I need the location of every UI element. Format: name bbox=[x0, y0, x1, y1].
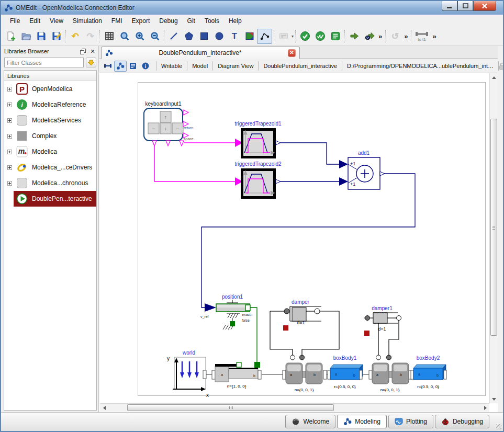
check-all-models-button[interactable] bbox=[312, 29, 328, 44]
toolbar-separator bbox=[65, 30, 66, 42]
view-type-status[interactable]: Diagram View bbox=[212, 61, 258, 71]
svg-text:boxBody1: boxBody1 bbox=[333, 355, 357, 361]
horizontal-scrollbar[interactable] bbox=[100, 403, 489, 412]
line-tool-button[interactable] bbox=[166, 29, 181, 44]
simulate-with-debugger-button[interactable] bbox=[362, 29, 377, 44]
close-button[interactable] bbox=[473, 1, 496, 11]
menu-git[interactable]: Git bbox=[183, 16, 200, 26]
expand-icon[interactable] bbox=[7, 165, 12, 170]
menu-view[interactable]: View bbox=[45, 16, 68, 26]
documentation-view-button[interactable]: i bbox=[139, 61, 152, 72]
library-item-openmodelica[interactable]: P OpenModelica bbox=[4, 81, 96, 97]
diagram-canvas[interactable]: keyboardInput1 ↑ – ↓ – bbox=[100, 73, 489, 403]
redo-button[interactable]: ↷ bbox=[83, 29, 98, 44]
scroll-up-icon[interactable] bbox=[490, 73, 498, 82]
svg-text:a: a bbox=[376, 373, 378, 377]
instantiate-model-button[interactable] bbox=[328, 29, 343, 44]
tab-title: DoublePendulum_interactive* bbox=[116, 49, 285, 56]
toolbar-separator bbox=[344, 30, 345, 42]
expand-icon[interactable] bbox=[7, 134, 12, 139]
component-triggeredTrapezoid1[interactable]: triggeredTrapezoid1 bbox=[234, 121, 282, 157]
grid-button[interactable] bbox=[102, 29, 117, 44]
transition-dropdown-caret[interactable]: ▾ bbox=[291, 34, 294, 39]
statusbar: Welcome Modeling Plotting Debugging bbox=[1, 412, 503, 431]
library-item-modelica[interactable]: m Modelica bbox=[4, 144, 96, 160]
library-item-doublependulum-selected[interactable]: DoublePen...teractive bbox=[14, 191, 96, 207]
model-play-icon bbox=[16, 192, 28, 205]
filter-options-button[interactable] bbox=[86, 58, 96, 67]
library-item-modelicareference[interactable]: i ModelicaReference bbox=[4, 97, 96, 112]
rectangle-tool-button[interactable] bbox=[196, 29, 211, 44]
svg-text:↓: ↓ bbox=[164, 126, 167, 131]
vertical-scrollbar[interactable] bbox=[489, 73, 498, 403]
open-file-button[interactable] bbox=[18, 29, 33, 44]
perspective-debugging[interactable]: Debugging bbox=[435, 415, 489, 428]
component-triggeredTrapezoid2[interactable]: triggeredTrapezoid2 bbox=[234, 161, 282, 198]
diagram-view-button[interactable] bbox=[114, 61, 127, 72]
zoom-button[interactable] bbox=[117, 29, 132, 44]
float-panel-icon[interactable] bbox=[79, 48, 86, 55]
model-area: DoublePendulum_interactive* ✕ i Writable… bbox=[99, 46, 498, 412]
text-view-button[interactable] bbox=[127, 61, 139, 72]
resize-grip[interactable] bbox=[496, 424, 501, 429]
expand-icon[interactable] bbox=[7, 87, 12, 92]
tab-close-icon[interactable]: ✕ bbox=[288, 49, 296, 57]
writable-status[interactable]: Writable bbox=[156, 61, 187, 71]
toolbar-overflow-chevron[interactable]: » bbox=[377, 32, 384, 40]
minimize-button[interactable] bbox=[442, 1, 457, 11]
simulation-time-button[interactable]: to t1 bbox=[413, 29, 431, 44]
filter-classes-input[interactable] bbox=[4, 58, 84, 67]
ellipse-tool-button[interactable] bbox=[211, 29, 227, 44]
perspective-welcome[interactable]: Welcome bbox=[285, 415, 335, 428]
save-as-button[interactable] bbox=[49, 29, 64, 44]
document-tab[interactable]: DoublePendulum_interactive* ✕ bbox=[101, 47, 300, 59]
menu-edit[interactable]: Edit bbox=[25, 16, 45, 26]
scroll-left-icon[interactable] bbox=[100, 404, 108, 412]
zoom-in-button[interactable] bbox=[132, 29, 147, 44]
menu-debug[interactable]: Debug bbox=[154, 16, 182, 26]
svg-text:a: a bbox=[290, 373, 292, 377]
toolbar-overflow-chevron[interactable]: » bbox=[402, 32, 409, 40]
perspective-modeling[interactable]: Modeling bbox=[337, 415, 387, 428]
svg-text:d=1: d=1 bbox=[297, 320, 305, 325]
vertical-scroll-thumb[interactable] bbox=[490, 119, 497, 336]
library-item-synchronous[interactable]: Modelica...chronous bbox=[4, 175, 96, 191]
toolbar-overflow-chevron[interactable]: » bbox=[431, 32, 438, 40]
zoom-out-button[interactable] bbox=[147, 29, 162, 44]
connect-mode-button[interactable] bbox=[257, 29, 272, 44]
library-item-devicedrivers[interactable]: Modelica_...ceDrivers bbox=[4, 160, 96, 175]
scroll-down-icon[interactable] bbox=[490, 395, 498, 403]
library-item-modelicaservices[interactable]: ModelicaServices bbox=[4, 112, 96, 128]
library-item-complex[interactable]: Complex bbox=[4, 128, 96, 144]
menu-help[interactable]: Help bbox=[224, 16, 247, 26]
simulate-button[interactable] bbox=[346, 29, 362, 44]
svg-text:to t1: to t1 bbox=[418, 37, 427, 42]
perspective-plotting[interactable]: Plotting bbox=[388, 415, 433, 428]
polygon-tool-button[interactable] bbox=[181, 29, 196, 44]
close-panel-icon[interactable]: ✕ bbox=[89, 48, 96, 55]
expand-icon[interactable] bbox=[7, 103, 12, 107]
bitmap-tool-button[interactable] bbox=[242, 29, 257, 44]
re-simulate-button[interactable]: ↺ bbox=[387, 29, 402, 44]
libraries-tree-header: Libraries bbox=[4, 71, 96, 81]
check-model-button[interactable] bbox=[297, 29, 312, 44]
menu-fmi[interactable]: FMI bbox=[107, 16, 127, 26]
new-class-button[interactable] bbox=[3, 29, 18, 44]
expand-icon[interactable] bbox=[7, 118, 12, 123]
icon-view-button[interactable] bbox=[102, 61, 114, 72]
svg-text:m: m bbox=[18, 147, 25, 155]
expand-icon[interactable] bbox=[7, 181, 12, 186]
undo-button[interactable]: ↶ bbox=[68, 29, 83, 44]
menu-tools[interactable]: Tools bbox=[200, 16, 224, 26]
info-icon: i bbox=[16, 98, 28, 111]
menu-simulation[interactable]: Simulation bbox=[68, 16, 107, 26]
transition-mode-button[interactable] bbox=[276, 29, 291, 44]
horizontal-scroll-thumb[interactable] bbox=[127, 404, 334, 411]
scroll-right-icon[interactable] bbox=[481, 404, 489, 412]
text-tool-button[interactable]: T bbox=[227, 29, 242, 44]
expand-icon[interactable] bbox=[7, 150, 12, 154]
save-button[interactable] bbox=[33, 29, 49, 44]
maximize-button[interactable] bbox=[457, 1, 473, 11]
menu-export[interactable]: Export bbox=[127, 16, 155, 26]
menu-file[interactable]: File bbox=[5, 16, 25, 26]
